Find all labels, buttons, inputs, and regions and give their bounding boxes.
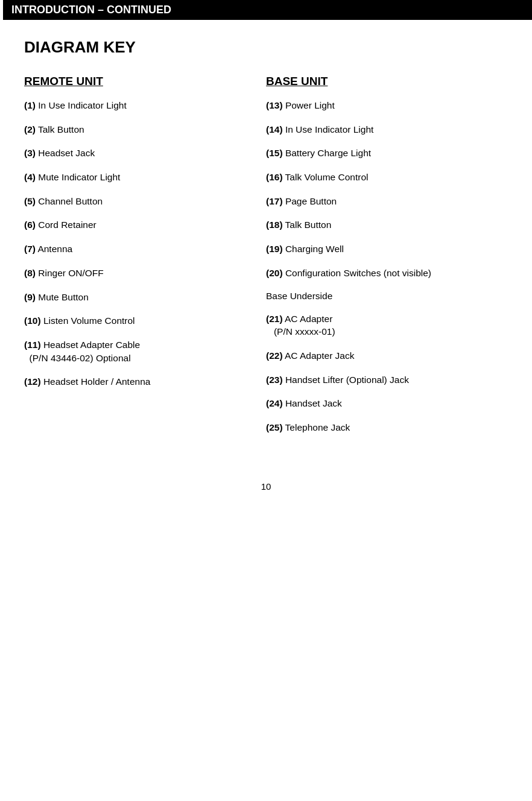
remote-item-5-label: Channel Button [38,196,103,206]
remote-item-9-num: (9) [24,292,36,302]
base-item-22-label: AC Adapter Jack [285,350,354,361]
remote-item-7: (7) Antenna [24,242,266,256]
base-item-14-label: In Use Indicator Light [285,124,373,135]
base-item-17-label: Page Button [285,196,337,206]
base-unit-title: BASE UNIT [266,75,508,88]
remote-item-10-label: Listen Volume Control [43,315,135,326]
base-item-15: (15) Battery Charge Light [266,147,508,160]
remote-item-2-num: (2) [24,124,36,135]
remote-item-8-label: Ringer ON/OFF [38,268,104,278]
remote-item-9: (9) Mute Button [24,291,266,304]
remote-item-1: (1) In Use Indicator Light [24,99,266,112]
remote-item-1-num: (1) [24,100,36,110]
base-item-13: (13) Power Light [266,99,508,112]
remote-item-6: (6) Cord Retainer [24,218,266,232]
header-title: INTRODUCTION – CONTINUED [11,4,171,16]
remote-item-6-label: Cord Retainer [38,220,97,230]
remote-item-12-num: (12) [24,376,41,387]
base-item-13-num: (13) [266,100,283,110]
base-underside-label: Base Underside [266,291,508,302]
remote-item-3-label: Headset Jack [38,148,95,158]
remote-item-8: (8) Ringer ON/OFF [24,267,266,280]
remote-item-2: (2) Talk Button [24,123,266,136]
remote-unit-column: REMOTE UNIT (1) In Use Indicator Light (… [24,75,266,445]
remote-item-2-label: Talk Button [38,124,84,135]
remote-item-4-num: (4) [24,172,36,182]
remote-item-4-label: Mute Indicator Light [38,172,120,182]
remote-item-7-label: Antenna [37,244,72,254]
base-item-16-label: Talk Volume Control [285,172,369,182]
base-item-15-num: (15) [266,148,283,158]
remote-item-3-num: (3) [24,148,36,158]
remote-item-3: (3) Headset Jack [24,147,266,160]
remote-item-12: (12) Headset Holder / Antenna [24,375,266,388]
base-unit-column: BASE UNIT (13) Power Light (14) In Use I… [266,75,508,445]
base-item-17-num: (17) [266,196,283,206]
base-item-20-num: (20) [266,268,283,278]
base-item-21-num: (21) [266,314,283,324]
base-item-14-num: (14) [266,124,283,135]
base-item-22-num: (22) [266,350,283,361]
remote-item-11-label: Headset Adapter Cable (P/N 43446-02) Opt… [24,340,140,363]
remote-item-10-num: (10) [24,315,41,326]
base-item-15-label: Battery Charge Light [285,148,371,158]
remote-item-11: (11) Headset Adapter Cable (P/N 43446-02… [24,338,266,364]
remote-item-9-label: Mute Button [38,292,89,302]
remote-item-1-label: In Use Indicator Light [38,100,126,110]
base-item-23-num: (23) [266,375,283,385]
base-item-17: (17) Page Button [266,195,508,208]
page-number: 10 [24,481,508,492]
base-item-23: (23) Handset Lifter (Optional) Jack [266,373,508,387]
base-item-25-num: (25) [266,422,283,432]
base-item-20-label: Configuration Switches (not visible) [285,268,431,278]
remote-unit-title: REMOTE UNIT [24,75,266,88]
base-item-18-num: (18) [266,220,283,230]
base-item-22: (22) AC Adapter Jack [266,349,508,363]
base-item-18: (18) Talk Button [266,218,508,232]
base-item-19-label: Charging Well [285,244,344,254]
remote-item-10: (10) Listen Volume Control [24,314,266,328]
base-item-20: (20) Configuration Switches (not visible… [266,267,508,280]
diagram-key-title: DIAGRAM KEY [24,38,508,57]
base-item-21: (21) AC Adapter (P/N xxxxx-01) [266,312,508,338]
header-bar: INTRODUCTION – CONTINUED [0,0,532,20]
base-item-25: (25) Telephone Jack [266,421,508,434]
remote-item-8-num: (8) [24,268,36,278]
base-item-16-num: (16) [266,172,283,182]
remote-item-6-num: (6) [24,220,36,230]
remote-item-12-label: Headset Holder / Antenna [43,376,151,387]
base-item-23-label: Handset Lifter (Optional) Jack [285,375,409,385]
base-item-14: (14) In Use Indicator Light [266,123,508,136]
base-item-24-num: (24) [266,398,283,408]
remote-item-5-num: (5) [24,196,36,206]
base-item-16: (16) Talk Volume Control [266,171,508,184]
base-item-25-label: Telephone Jack [285,422,350,432]
remote-item-11-num: (11) [24,340,41,350]
base-item-19-num: (19) [266,244,283,254]
base-item-18-label: Talk Button [285,220,332,230]
base-item-24: (24) Handset Jack [266,397,508,410]
remote-item-5: (5) Channel Button [24,195,266,208]
base-item-13-label: Power Light [285,100,335,110]
base-item-19: (19) Charging Well [266,242,508,256]
remote-item-4: (4) Mute Indicator Light [24,171,266,184]
base-item-24-label: Handset Jack [285,398,342,408]
remote-item-7-num: (7) [24,244,36,254]
